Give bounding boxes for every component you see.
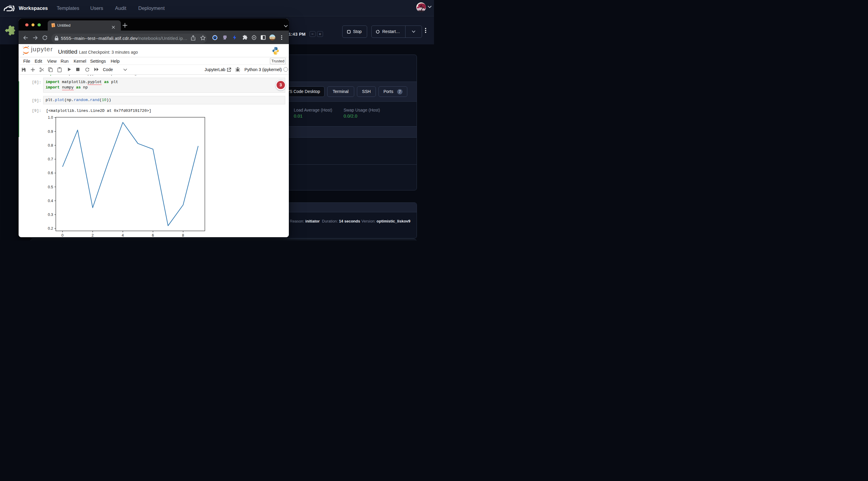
svg-text:jupyter: jupyter — [31, 45, 53, 53]
svg-text:0.7: 0.7 — [48, 157, 53, 161]
svg-text:0.4: 0.4 — [48, 199, 53, 203]
svg-text:6: 6 — [152, 233, 154, 237]
svg-text:0.6: 0.6 — [48, 171, 53, 175]
svg-text:0.9: 0.9 — [48, 130, 53, 134]
svg-text:1.0: 1.0 — [48, 116, 53, 120]
svg-text:0.5: 0.5 — [48, 185, 53, 189]
svg-text:0: 0 — [61, 233, 64, 237]
svg-text:0.2: 0.2 — [48, 226, 53, 231]
svg-text:0.8: 0.8 — [48, 143, 53, 148]
svg-text:0.3: 0.3 — [48, 213, 53, 217]
svg-text:8: 8 — [182, 233, 184, 237]
svg-text:2: 2 — [91, 233, 94, 237]
svg-text:4: 4 — [122, 233, 124, 237]
